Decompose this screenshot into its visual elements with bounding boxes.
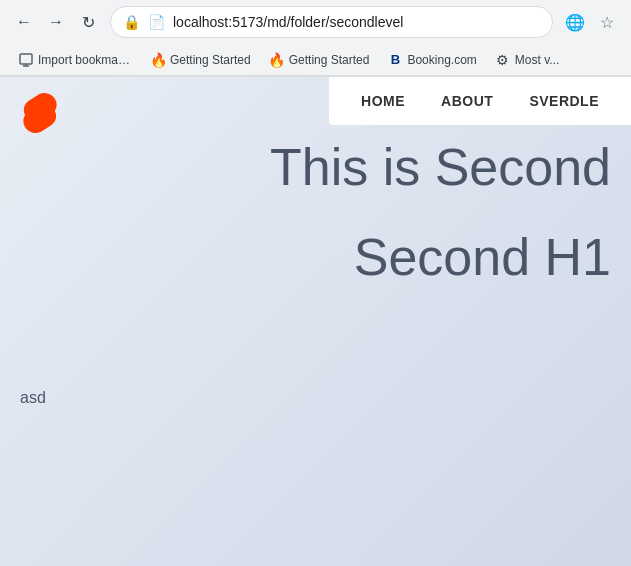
app-nav: HOME ABOUT SVERDLE xyxy=(329,77,631,125)
svelte-logo xyxy=(20,93,60,137)
translate-icon: 🌐 xyxy=(565,13,585,32)
reload-button[interactable]: ↻ xyxy=(74,8,102,36)
nav-buttons: ← → ↻ xyxy=(10,8,102,36)
security-icon: 🔒 xyxy=(123,14,140,30)
nav-about[interactable]: ABOUT xyxy=(425,79,509,123)
svg-rect-0 xyxy=(20,54,32,64)
bookmark-most[interactable]: ⚙ Most v... xyxy=(487,49,567,71)
bookmarks-bar: Import bookmarks... 🔥 Getting Started 🔥 … xyxy=(0,44,631,76)
translate-button[interactable]: 🌐 xyxy=(561,8,589,36)
reload-icon: ↻ xyxy=(82,13,95,32)
getting-started-1-icon: 🔥 xyxy=(150,52,166,68)
bookmark-booking-label: Booking.com xyxy=(407,53,476,67)
address-bar[interactable]: 🔒 📄 localhost:5173/md/folder/secondlevel xyxy=(110,6,553,38)
getting-started-2-icon: 🔥 xyxy=(269,52,285,68)
booking-icon: B xyxy=(387,52,403,68)
back-button[interactable]: ← xyxy=(10,8,38,36)
body-text: asd xyxy=(20,389,46,407)
page-icon: 📄 xyxy=(148,14,165,30)
forward-icon: → xyxy=(48,13,64,31)
bookmark-booking[interactable]: B Booking.com xyxy=(379,49,484,71)
bookmark-most-label: Most v... xyxy=(515,53,559,67)
page-content: HOME ABOUT SVERDLE This is Second Second… xyxy=(0,77,631,566)
bookmark-button[interactable]: ☆ xyxy=(593,8,621,36)
toolbar-actions: 🌐 ☆ xyxy=(561,8,621,36)
browser-toolbar: ← → ↻ 🔒 📄 localhost:5173/md/folder/secon… xyxy=(0,0,631,44)
bookmark-getting-started-2[interactable]: 🔥 Getting Started xyxy=(261,49,378,71)
bookmark-getting-started-1-label: Getting Started xyxy=(170,53,251,67)
nav-sverdle[interactable]: SVERDLE xyxy=(513,79,615,123)
import-icon xyxy=(18,52,34,68)
nav-home[interactable]: HOME xyxy=(345,79,421,123)
browser-chrome: ← → ↻ 🔒 📄 localhost:5173/md/folder/secon… xyxy=(0,0,631,77)
url-text: localhost:5173/md/folder/secondlevel xyxy=(173,14,540,30)
most-icon: ⚙ xyxy=(495,52,511,68)
back-icon: ← xyxy=(16,13,32,31)
bookmark-import[interactable]: Import bookmarks... xyxy=(10,49,140,71)
bookmark-getting-started-1[interactable]: 🔥 Getting Started xyxy=(142,49,259,71)
star-icon: ☆ xyxy=(600,13,614,32)
bookmark-getting-started-2-label: Getting Started xyxy=(289,53,370,67)
main-heading: This is Second xyxy=(270,137,611,197)
forward-button[interactable]: → xyxy=(42,8,70,36)
nav-menu: HOME ABOUT SVERDLE xyxy=(329,77,631,125)
sub-heading: Second H1 xyxy=(354,227,611,287)
bookmark-import-label: Import bookmarks... xyxy=(38,53,132,67)
